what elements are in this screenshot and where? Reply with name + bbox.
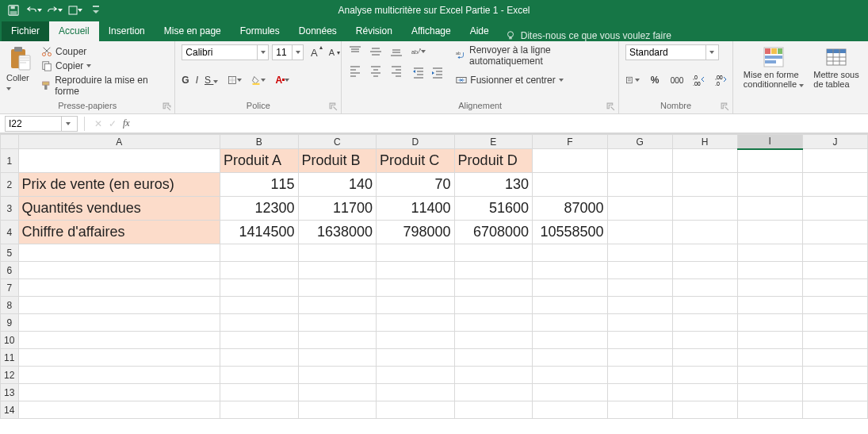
chevron-down-icon[interactable] [61,117,74,131]
row-header[interactable]: 1 [1,149,19,173]
font-color-button[interactable]: A [275,73,289,87]
increase-indent-button[interactable] [430,65,445,79]
cell[interactable] [220,279,299,297]
tab-file[interactable]: Fichier [2,21,49,41]
paste-button[interactable]: Coller [6,44,35,92]
cell[interactable] [672,367,737,384]
cell[interactable] [802,367,867,384]
cell[interactable]: Prix de vente (en euros) [18,173,220,197]
cell[interactable] [607,349,672,367]
cell[interactable] [533,384,607,401]
col-header[interactable]: D [377,135,455,149]
wrap-text-button[interactable]: ab Renvoyer à la ligne automatiquement [456,44,612,67]
cell[interactable] [672,332,737,349]
cell[interactable] [672,221,737,244]
cell[interactable]: 798000 [377,221,455,244]
cell[interactable] [533,297,607,314]
cell[interactable] [672,197,737,221]
cell[interactable] [802,149,867,173]
cell[interactable] [533,173,607,197]
col-header[interactable]: B [220,135,299,149]
cell[interactable] [298,279,377,297]
cell[interactable] [533,279,607,297]
cell[interactable] [737,367,802,384]
cell[interactable] [220,244,299,262]
cell[interactable] [533,314,607,332]
dialog-launcher-icon[interactable] [163,102,171,111]
row-header[interactable]: 3 [1,197,19,221]
cell[interactable] [607,384,672,401]
cell[interactable] [737,197,802,221]
col-header[interactable]: H [672,135,737,149]
cell[interactable] [672,279,737,297]
cell[interactable] [672,297,737,314]
align-middle-button[interactable] [369,44,383,59]
cell[interactable] [802,197,867,221]
decrease-decimal-button[interactable]: ,00,0 [714,73,728,87]
cell[interactable] [220,297,299,314]
format-painter-button[interactable]: Reproduire la mise en forme [41,75,168,97]
italic-button[interactable]: I [196,75,198,86]
chevron-down-icon[interactable] [705,45,717,60]
cell[interactable] [737,332,802,349]
cell[interactable] [220,262,299,279]
cell[interactable] [672,384,737,401]
row-header[interactable]: 11 [1,349,19,367]
tab-insert[interactable]: Insertion [99,21,155,41]
col-header[interactable]: F [533,135,607,149]
row-header[interactable]: 12 [1,367,19,384]
cell[interactable] [18,367,220,384]
decrease-indent-button[interactable] [411,65,426,79]
cell[interactable]: Produit C [377,149,455,173]
cell[interactable] [802,349,867,367]
cell[interactable] [533,149,607,173]
cell[interactable] [18,314,220,332]
bold-button[interactable]: G [182,75,189,86]
cell[interactable] [607,262,672,279]
cell[interactable]: Produit D [454,149,533,173]
cell[interactable] [377,384,455,401]
col-header[interactable]: J [802,135,867,149]
cell[interactable] [377,332,455,349]
cell[interactable] [454,384,533,401]
cell[interactable] [220,314,299,332]
dialog-launcher-icon[interactable] [721,102,729,111]
row-header[interactable]: 9 [1,314,19,332]
cell[interactable] [802,244,867,262]
cell[interactable] [737,279,802,297]
row-header[interactable]: 14 [1,401,19,419]
cell[interactable] [454,349,533,367]
cell[interactable] [802,314,867,332]
cell[interactable] [607,197,672,221]
cell[interactable] [802,262,867,279]
cell[interactable] [377,244,455,262]
tab-review[interactable]: Révision [346,21,402,41]
spreadsheet-grid[interactable]: ABCDEFGHIJ1Produit AProduit BProduit CPr… [0,133,868,419]
cell[interactable] [298,384,377,401]
tab-layout[interactable]: Mise en page [155,21,231,41]
cell[interactable] [737,149,802,173]
cell[interactable]: 70 [377,173,455,197]
cell[interactable] [607,221,672,244]
cell[interactable] [220,384,299,401]
cell[interactable]: 11700 [298,197,377,221]
tab-data[interactable]: Données [289,21,346,41]
cell[interactable]: Produit B [298,149,377,173]
cell[interactable] [18,244,220,262]
cell[interactable]: 51600 [454,197,533,221]
cell[interactable] [737,173,802,197]
cell[interactable] [220,332,299,349]
row-header[interactable]: 7 [1,279,19,297]
cell[interactable] [18,349,220,367]
cell[interactable] [220,349,299,367]
formula-input[interactable] [136,114,868,133]
cell[interactable] [672,401,737,419]
cell[interactable] [298,262,377,279]
cell[interactable] [220,367,299,384]
merge-center-button[interactable]: Fusionner et centrer [456,75,612,86]
tell-me-search[interactable]: Dites-nous ce que vous voulez faire [505,30,671,41]
align-right-button[interactable] [389,63,403,78]
cell[interactable] [607,279,672,297]
cell[interactable] [737,314,802,332]
format-as-table-button[interactable]: Mettre sousde tablea [811,44,862,89]
